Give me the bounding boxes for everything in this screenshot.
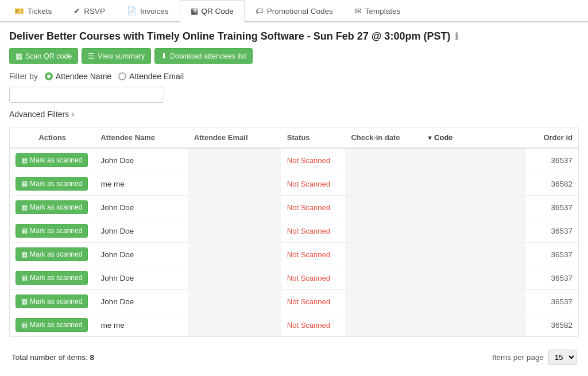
table-body: ▦ Mark as scanned John Doe Not Scanned 3… <box>10 148 578 336</box>
action-cell: ▦ Mark as scanned <box>10 196 95 219</box>
mark-scanned-button[interactable]: ▦ Mark as scanned <box>16 318 88 332</box>
action-cell: ▦ Mark as scanned <box>10 290 95 313</box>
tab-qr-label: QR Code <box>202 7 234 15</box>
scan-row-icon: ▦ <box>21 156 28 164</box>
mark-scanned-button[interactable]: ▦ Mark as scanned <box>16 294 88 308</box>
search-input[interactable] <box>9 87 164 103</box>
tab-tickets[interactable]: 🎫 Tickets <box>3 0 63 21</box>
per-page-label: Items per page <box>492 353 544 362</box>
tab-invoices-label: Invoices <box>140 7 169 15</box>
scan-qr-button[interactable]: ▦ Scan QR code <box>9 48 78 64</box>
tab-promo[interactable]: 🏷 Promotional Codes <box>245 0 344 21</box>
tab-invoices[interactable]: 📄 Invoices <box>116 0 180 21</box>
orderid-cell: 36537 <box>526 196 578 219</box>
filter-email-label: Attendee Email <box>129 72 184 81</box>
filter-attendee-name[interactable]: Attendee Name <box>45 72 111 81</box>
filter-name-label: Attendee Name <box>56 72 111 81</box>
per-page-select[interactable]: 15 25 50 <box>548 350 577 365</box>
email-cell <box>188 313 281 337</box>
download-icon: ⬇ <box>161 52 167 60</box>
page-title-area: Deliver Better Courses with Timely Onlin… <box>9 30 579 42</box>
download-button[interactable]: ⬇ Download attendees list <box>154 48 253 64</box>
mark-scanned-button[interactable]: ▦ Mark as scanned <box>16 200 88 214</box>
radio-email-dot <box>118 72 126 80</box>
scan-row-icon: ▦ <box>21 250 28 258</box>
page-title-text: Deliver Better Courses with Timely Onlin… <box>9 30 450 42</box>
tab-promo-label: Promotional Codes <box>267 7 333 15</box>
rsvp-icon: ✔ <box>74 6 80 15</box>
name-cell: John Doe <box>95 196 188 219</box>
table-row: ▦ Mark as scanned John Doe Not Scanned 3… <box>10 290 578 313</box>
view-summary-button[interactable]: ☰ View summary <box>82 48 151 64</box>
checkin-cell <box>345 219 421 243</box>
action-cell: ▦ Mark as scanned <box>10 266 95 290</box>
orderid-cell: 36582 <box>526 313 578 337</box>
filter-by-label: Filter by <box>9 72 38 81</box>
table-row: ▦ Mark as scanned John Doe Not Scanned 3… <box>10 219 578 243</box>
orderid-cell: 36537 <box>526 148 578 172</box>
code-cell <box>421 266 526 290</box>
filter-attendee-email[interactable]: Attendee Email <box>118 72 184 81</box>
col-code[interactable]: ▼Code <box>421 127 526 148</box>
scan-row-icon: ▦ <box>21 180 28 188</box>
advanced-filters-toggle[interactable]: Advanced Filters › <box>9 110 579 119</box>
tab-tickets-label: Tickets <box>28 7 52 15</box>
scan-qr-label: Scan QR code <box>25 52 72 60</box>
tab-templates-label: Templates <box>365 7 401 15</box>
name-cell: me me <box>95 313 188 337</box>
table-row: ▦ Mark as scanned John Doe Not Scanned 3… <box>10 266 578 290</box>
checkin-cell <box>345 243 421 266</box>
orderid-cell: 36582 <box>526 172 578 196</box>
code-cell <box>421 172 526 196</box>
name-cell: John Doe <box>95 148 188 172</box>
action-cell: ▦ Mark as scanned <box>10 219 95 243</box>
code-cell <box>421 196 526 219</box>
table-row: ▦ Mark as scanned John Doe Not Scanned 3… <box>10 148 578 172</box>
tab-templates[interactable]: ✉ Templates <box>344 0 412 21</box>
table-header-row: Actions Attendee Name Attendee Email Sta… <box>10 127 578 148</box>
info-icon[interactable]: ℹ <box>455 31 458 42</box>
checkin-cell <box>345 266 421 290</box>
email-cell <box>188 243 281 266</box>
promo-icon: 🏷 <box>256 7 264 15</box>
attendees-table: Actions Attendee Name Attendee Email Sta… <box>10 127 578 336</box>
email-cell <box>188 196 281 219</box>
mark-scanned-button[interactable]: ▦ Mark as scanned <box>16 271 88 285</box>
email-cell <box>188 290 281 313</box>
status-cell: Not Scanned <box>281 243 346 266</box>
scan-row-icon: ▦ <box>21 227 28 235</box>
mark-scanned-button[interactable]: ▦ Mark as scanned <box>16 224 88 238</box>
tab-qr-code[interactable]: ▦ QR Code <box>180 0 245 22</box>
tab-bar: 🎫 Tickets ✔ RSVP 📄 Invoices ▦ QR Code 🏷 … <box>0 0 588 22</box>
scan-row-icon: ▦ <box>21 321 28 329</box>
email-cell <box>188 266 281 290</box>
mark-scanned-button[interactable]: ▦ Mark as scanned <box>16 247 88 261</box>
col-name: Attendee Name <box>95 127 188 148</box>
sort-arrow-icon: ▼ <box>427 134 433 141</box>
status-cell: Not Scanned <box>281 172 346 196</box>
table-row: ▦ Mark as scanned John Doe Not Scanned 3… <box>10 196 578 219</box>
mark-scanned-button[interactable]: ▦ Mark as scanned <box>16 177 88 191</box>
tab-rsvp[interactable]: ✔ RSVP <box>63 0 116 21</box>
col-orderid: Order id <box>526 127 578 148</box>
status-cell: Not Scanned <box>281 290 346 313</box>
action-cell: ▦ Mark as scanned <box>10 148 95 172</box>
orderid-cell: 36537 <box>526 219 578 243</box>
action-cell: ▦ Mark as scanned <box>10 172 95 196</box>
table-footer: Total number of items: 8 Items per page … <box>9 345 579 370</box>
code-cell <box>421 290 526 313</box>
mark-scanned-button[interactable]: ▦ Mark as scanned <box>16 153 88 167</box>
code-cell <box>421 219 526 243</box>
status-cell: Not Scanned <box>281 266 346 290</box>
qr-icon: ▦ <box>191 6 198 15</box>
orderid-cell: 36537 <box>526 290 578 313</box>
checkin-cell <box>345 313 421 337</box>
action-cell: ▦ Mark as scanned <box>10 243 95 266</box>
orderid-cell: 36537 <box>526 266 578 290</box>
total-label: Total number of items: <box>11 353 88 362</box>
invoices-icon: 📄 <box>127 6 137 15</box>
code-cell <box>421 243 526 266</box>
status-cell: Not Scanned <box>281 148 346 172</box>
code-cell <box>421 148 526 172</box>
checkin-cell <box>345 148 421 172</box>
